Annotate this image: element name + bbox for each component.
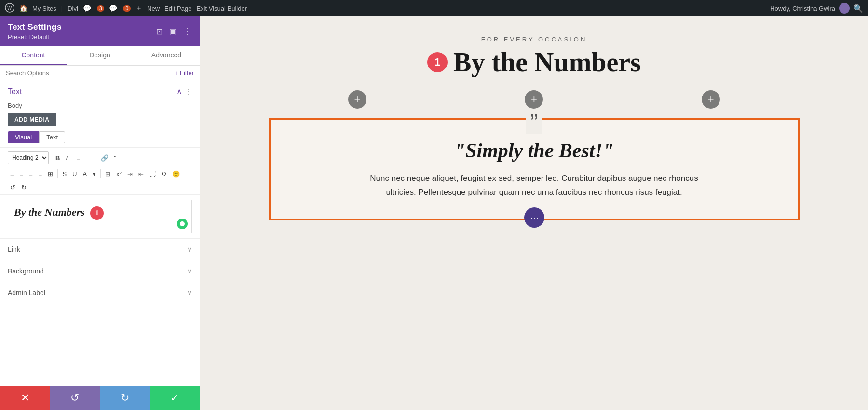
- section-more-button[interactable]: ⋮: [185, 88, 192, 96]
- add-media-button[interactable]: ADD MEDIA: [8, 113, 56, 126]
- admin-bar-right: Howdy, Christina Gwira 🔍: [770, 3, 863, 14]
- tab-design[interactable]: Design: [67, 46, 133, 65]
- avatar: [839, 3, 850, 14]
- tab-content[interactable]: Content: [0, 46, 67, 65]
- add-column-1-button[interactable]: +: [348, 90, 366, 109]
- emoji-button[interactable]: 🙂: [170, 167, 182, 180]
- panel-actions: ✕ ↺ ↻ ✓: [0, 386, 200, 410]
- fullscreen-button[interactable]: ⛶: [147, 167, 158, 180]
- separator-1: |: [61, 5, 63, 12]
- left-panel: Text Settings Preset: Default ⊡ ▣ ⋮ Cont…: [0, 16, 200, 410]
- message-count: 0: [123, 5, 131, 12]
- edit-page-link[interactable]: Edit Page: [164, 5, 191, 12]
- table-button[interactable]: ⊞: [45, 167, 55, 180]
- search-row: + Filter: [0, 66, 200, 81]
- my-sites-link[interactable]: My Sites: [32, 5, 56, 12]
- howdy-text: Howdy, Christina Gwira: [770, 5, 835, 12]
- quote-box: ” "Simply the Best!" Nunc nec neque aliq…: [269, 118, 800, 220]
- link-chevron-icon: ∨: [187, 246, 192, 253]
- toolbar-divider-3: [96, 153, 96, 163]
- redo-button[interactable]: ↻: [19, 181, 29, 193]
- strikethrough-button[interactable]: S: [60, 167, 69, 180]
- editor-tab-visual[interactable]: Visual: [8, 131, 39, 143]
- more-options-button[interactable]: ⋮: [182, 26, 192, 37]
- editor-indicator: [177, 219, 188, 229]
- align-right-button[interactable]: ≡: [27, 167, 35, 180]
- bold-button[interactable]: B: [53, 151, 62, 164]
- editor-tab-text[interactable]: Text: [39, 131, 65, 143]
- panel-title: Text Settings: [8, 22, 62, 32]
- special-char-1[interactable]: ⊞: [103, 167, 113, 180]
- toolbar-divider-4: [57, 169, 58, 178]
- add-column-2-button[interactable]: +: [525, 90, 543, 109]
- save-button[interactable]: ✓: [150, 386, 200, 410]
- editor-indicator-inner: [180, 221, 185, 226]
- toolbar-divider-1: [51, 153, 51, 163]
- admin-label-section-title: Admin Label: [8, 289, 45, 297]
- special-chars-button[interactable]: Ω: [159, 167, 169, 180]
- toolbar-row-2: ≡ ≡ ≡ ≡ ⊞ S U A ▾ ⊞ x² ⇥ ⇤ ⛶ Ω 🙂 ↺ ↻: [0, 166, 200, 195]
- divi-link[interactable]: Divi: [68, 5, 78, 12]
- link-button[interactable]: 🔗: [98, 151, 111, 164]
- italic-button[interactable]: I: [63, 151, 70, 164]
- svg-text:W: W: [7, 5, 12, 11]
- section-label: FOR EVERY OCCASION: [269, 36, 800, 43]
- panel-header-icons: ⊡ ▣ ⋮: [155, 26, 192, 37]
- cancel-button[interactable]: ✕: [0, 386, 50, 410]
- page-heading-row: 1 By the Numbers: [269, 49, 800, 76]
- wordpress-icon[interactable]: W: [5, 3, 14, 14]
- align-justify-button[interactable]: ≡: [36, 167, 45, 180]
- redo-action-button[interactable]: ↻: [100, 386, 150, 410]
- tab-advanced[interactable]: Advanced: [133, 46, 200, 65]
- new-icon: ＋: [136, 4, 142, 13]
- new-link[interactable]: New: [147, 5, 160, 12]
- my-sites-icon: 🏠: [19, 4, 27, 12]
- admin-label-chevron-icon: ∨: [187, 289, 192, 297]
- section-icons: ∧ ⋮: [176, 87, 192, 96]
- align-center-button[interactable]: ≡: [17, 167, 26, 180]
- background-section-header[interactable]: Background ∨: [0, 260, 200, 282]
- quote-body: Nunc nec neque aliquet, feugiat ex sed, …: [366, 172, 703, 200]
- indent-decrease[interactable]: ⇤: [136, 167, 146, 180]
- admin-bar-left: W 🏠 My Sites | Divi 💬 3 💬 0 ＋ New Edit P…: [5, 3, 764, 14]
- text-color-button[interactable]: A: [80, 167, 89, 180]
- ordered-list-button[interactable]: ≣: [84, 151, 94, 164]
- editor-area[interactable]: By the Numbers 1: [8, 200, 192, 233]
- toolbar-row-1: Heading 2 B I ≡ ≣ 🔗 ": [0, 150, 200, 166]
- editor-badge: 1: [90, 206, 104, 220]
- blockquote-button[interactable]: ": [112, 151, 119, 164]
- editor-tabs: Visual Text: [0, 131, 200, 148]
- collapse-section-button[interactable]: ∧: [176, 87, 182, 96]
- heading-select[interactable]: Heading 2: [8, 151, 49, 164]
- underline-button[interactable]: U: [70, 167, 79, 180]
- minimize-button[interactable]: ⊡: [155, 26, 163, 37]
- background-section-title: Background: [8, 267, 44, 275]
- panel-tabs: Content Design Advanced: [0, 46, 200, 66]
- filter-button[interactable]: + Filter: [175, 69, 194, 77]
- toolbar-divider-5: [100, 169, 101, 178]
- panel-preset: Preset: Default: [8, 33, 62, 41]
- text-color-arrow[interactable]: ▾: [90, 167, 98, 180]
- comment-icon[interactable]: 💬: [83, 4, 91, 12]
- undo-button[interactable]: ↺: [8, 181, 18, 193]
- quote-title: "Simply the Best!": [299, 139, 769, 162]
- plus-row: + + +: [269, 90, 800, 109]
- search-input[interactable]: [6, 69, 171, 77]
- expand-button[interactable]: ▣: [168, 26, 177, 37]
- more-options-floating-button[interactable]: ⋯: [524, 207, 544, 228]
- indent-increase[interactable]: ⇥: [125, 167, 135, 180]
- admin-label-section-header[interactable]: Admin Label ∨: [0, 282, 200, 303]
- search-icon[interactable]: 🔍: [854, 4, 863, 13]
- exit-visual-builder-link[interactable]: Exit Visual Builder: [196, 5, 247, 12]
- quote-mark-icon: ”: [526, 111, 543, 134]
- unordered-list-button[interactable]: ≡: [74, 151, 83, 164]
- align-left-button[interactable]: ≡: [8, 167, 16, 180]
- link-section-title: Link: [8, 246, 20, 253]
- superscript-button[interactable]: x²: [114, 167, 124, 180]
- add-column-3-button[interactable]: +: [702, 90, 720, 109]
- undo-action-button[interactable]: ↺: [50, 386, 100, 410]
- message-icon[interactable]: 💬: [109, 4, 117, 12]
- editor-text: By the Numbers: [14, 206, 85, 218]
- admin-bar: W 🏠 My Sites | Divi 💬 3 💬 0 ＋ New Edit P…: [0, 0, 868, 16]
- link-section-header[interactable]: Link ∨: [0, 239, 200, 260]
